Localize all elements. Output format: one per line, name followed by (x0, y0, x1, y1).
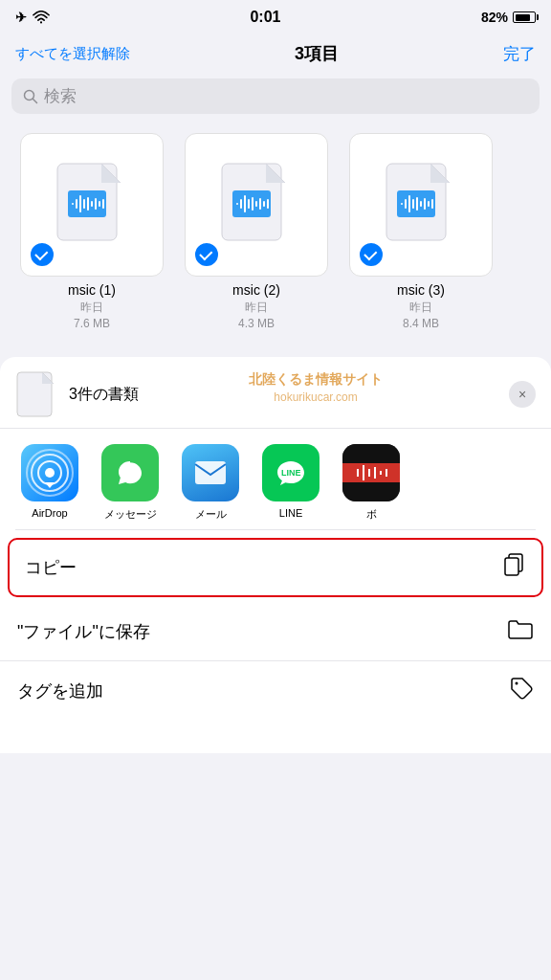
app-label-airdrop: AirDrop (32, 507, 67, 519)
file-doc-icon-2 (218, 162, 295, 248)
svg-point-50 (516, 682, 518, 685)
done-button[interactable]: 完了 (503, 43, 536, 65)
divider-1 (15, 529, 536, 530)
page-title: 3項目 (295, 42, 339, 65)
file-grid: msic (1) 昨日 7.6 MB msic (2) 昨 (0, 123, 551, 340)
share-sheet: 3件の書類 北陸くるま情報サイト hokurikucar.com × AirDr… (0, 357, 551, 753)
file-size-2: 4.3 MB (238, 317, 275, 330)
file-icon-wrap-2 (185, 133, 328, 277)
svg-text:LINE: LINE (281, 468, 301, 478)
share-title: 3件の書類 (69, 385, 497, 405)
file-doc-icon-3 (383, 162, 459, 248)
file-date-1: 昨日 (80, 300, 103, 316)
airplane-icon: ✈ (15, 10, 27, 25)
app-item-messages[interactable]: メッセージ (92, 444, 168, 522)
file-item-1[interactable]: msic (1) 昨日 7.6 MB (15, 133, 168, 330)
line-icon: LINE (262, 444, 320, 501)
status-time: 0:01 (50, 9, 481, 26)
file-icon-wrap-3 (349, 133, 493, 277)
file-icon-wrap-1 (20, 133, 164, 277)
file-name-1: msic (1) (68, 282, 116, 298)
status-left: ✈ (15, 10, 50, 25)
mail-icon (182, 444, 239, 501)
battery-icon (513, 11, 536, 23)
file-item-3[interactable]: msic (3) 昨日 8.4 MB (344, 133, 497, 330)
battery-percent: 82% (481, 10, 508, 25)
wifi-icon (33, 11, 50, 24)
file-doc-icon-1 (54, 162, 130, 248)
copy-action[interactable]: コピー (8, 538, 543, 597)
svg-line-2 (33, 99, 37, 102)
search-bar[interactable]: 検索 (11, 78, 540, 114)
file-check-1 (29, 241, 55, 268)
save-to-files-label: "ファイル"に保存 (17, 620, 150, 643)
bo-icon (342, 444, 400, 501)
app-label-bo: ボ (366, 507, 377, 522)
messages-icon (101, 444, 159, 501)
app-label-mail: メール (195, 507, 227, 522)
file-size-3: 8.4 MB (403, 317, 439, 330)
share-doc-icon (15, 370, 57, 418)
file-date-3: 昨日 (409, 300, 432, 316)
app-label-messages: メッセージ (104, 507, 157, 522)
svg-rect-49 (505, 558, 518, 575)
app-icons-row: AirDrop メッセージ メール LIN (0, 429, 551, 529)
file-date-2: 昨日 (245, 300, 268, 316)
tag-icon (509, 676, 534, 706)
folder-icon (507, 617, 534, 646)
app-item-airdrop[interactable]: AirDrop (11, 444, 88, 522)
add-tag-label: タグを追加 (17, 679, 103, 702)
nav-bar: すべてを選択解除 3項目 完了 (0, 34, 551, 73)
add-tag-action[interactable]: タグを追加 (0, 661, 551, 721)
file-name-3: msic (3) (397, 282, 445, 298)
action-list: コピー "ファイル"に保存 タグを追加 (0, 538, 551, 721)
status-right: 82% (481, 10, 536, 25)
deselect-all-button[interactable]: すべてを選択解除 (15, 45, 130, 63)
app-label-line: LINE (279, 507, 302, 519)
close-button[interactable]: × (509, 381, 536, 408)
share-header: 3件の書類 北陸くるま情報サイト hokurikucar.com × (0, 357, 551, 429)
copy-label: コピー (25, 556, 77, 579)
file-name-2: msic (2) (232, 282, 280, 298)
svg-point-0 (40, 21, 42, 23)
app-item-mail[interactable]: メール (172, 444, 249, 522)
svg-rect-37 (195, 461, 226, 484)
file-size-1: 7.6 MB (74, 317, 110, 330)
save-to-files-action[interactable]: "ファイル"に保存 (0, 603, 551, 661)
search-icon (23, 89, 38, 104)
airdrop-icon (21, 444, 78, 501)
file-item-2[interactable]: msic (2) 昨日 4.3 MB (180, 133, 333, 330)
svg-rect-40 (342, 463, 400, 482)
status-bar: ✈ 0:01 82% (0, 0, 551, 34)
search-placeholder: 検索 (44, 85, 77, 107)
app-item-line[interactable]: LINE LINE (253, 444, 329, 522)
app-item-bo[interactable]: ボ (333, 444, 409, 522)
file-check-2 (193, 241, 220, 268)
file-check-3 (358, 241, 385, 268)
copy-icon (501, 552, 526, 583)
